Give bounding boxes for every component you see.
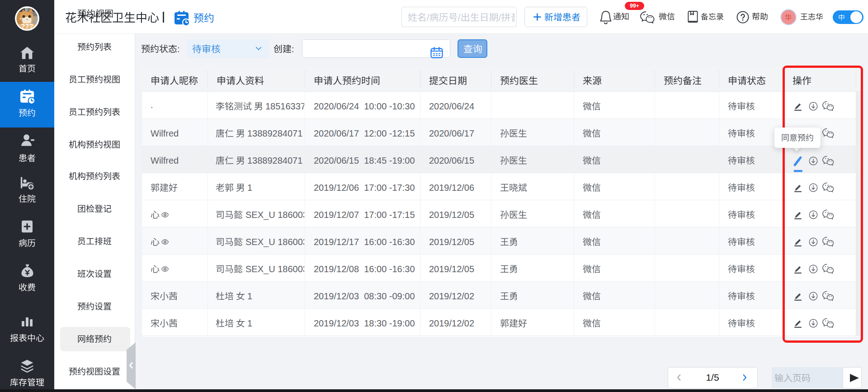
svg-text:???: ???: [19, 18, 23, 20]
